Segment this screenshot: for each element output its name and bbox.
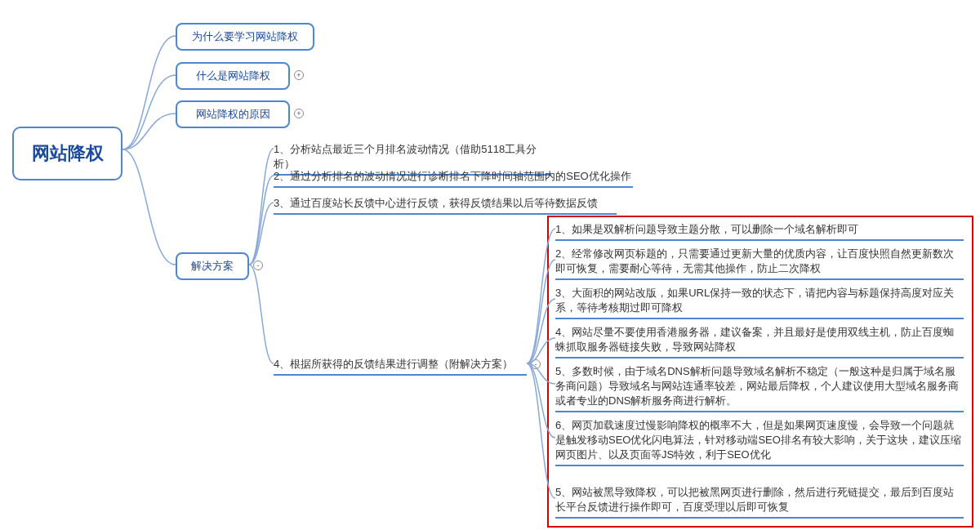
branch-solution[interactable]: 解决方案 — [176, 252, 249, 280]
branch-reason[interactable]: 网站降权的原因 — [176, 100, 290, 128]
detail-1: 1、如果是双解析问题导致主题分散，可以删除一个域名解析即可 — [555, 220, 964, 243]
expand-icon[interactable]: + — [294, 109, 304, 118]
detail-3: 3、大面积的网站改版，如果URL保持一致的状态下，请把内容与标题保持高度对应关系… — [555, 284, 964, 321]
solution-step-4: 4、根据所获得的反馈结果进行调整（附解决方案） — [274, 355, 527, 377]
expand-icon[interactable]: + — [294, 70, 304, 80]
solution-step-2: 2、通过分析排名的波动情况进行诊断排名下降时间轴范围内的SEO优化操作 — [274, 167, 633, 189]
detail-5: 5、多数时候，由于域名DNS解析问题导致域名解析不稳定（一般这种是归属于域名服务… — [555, 363, 964, 414]
branch-why-learn[interactable]: 为什么要学习网站降权 — [176, 23, 314, 51]
detail-6: 6、网页加载速度过慢影响降权的概率不大，但是如果网页速度慢，会导致一个问题就是触… — [555, 416, 964, 468]
root-node[interactable]: 网站降权 — [12, 127, 122, 180]
detail-7: 5、网站被黑导致降权，可以把被黑网页进行删除，然后进行死链提交，最后到百度站长平… — [555, 483, 964, 520]
solution-step-3: 3、通过百度站长反馈中心进行反馈，获得反馈结果以后等待数据反馈 — [274, 194, 617, 216]
branch-what-is[interactable]: 什么是网站降权 — [176, 62, 290, 90]
detail-4: 4、网站尽量不要使用香港服务器，建议备案，并且最好是使用双线主机，防止百度蜘蛛抓… — [555, 323, 964, 360]
collapse-icon[interactable]: - — [253, 261, 263, 270]
detail-2: 2、经常修改网页标题的，只需要通过更新大量的优质内容，让百度快照自然更新数次即可… — [555, 245, 964, 282]
collapse-icon[interactable]: - — [531, 359, 541, 369]
